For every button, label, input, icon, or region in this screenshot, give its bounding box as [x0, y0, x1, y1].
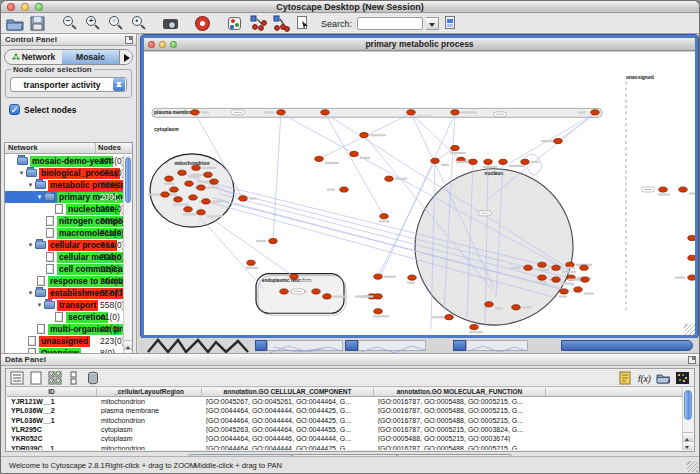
background-frame-preview[interactable] — [267, 340, 343, 351]
network-node[interactable] — [210, 179, 218, 184]
table-scroll-up-button[interactable] — [683, 432, 693, 441]
zoom-fit-icon[interactable]: ▫ — [106, 15, 126, 32]
network-node[interactable] — [554, 138, 562, 143]
network-node[interactable] — [380, 214, 388, 219]
network-node[interactable] — [512, 305, 520, 310]
more-tabs-button[interactable] — [119, 50, 132, 64]
table-scrollbar-thumb[interactable] — [684, 390, 692, 420]
tree-row[interactable]: cell communicat22(0) — [5, 263, 123, 275]
zoom-in-icon[interactable]: + — [83, 15, 103, 32]
tree-row[interactable]: ▼cellular process614(0) — [5, 239, 123, 251]
network-node[interactable] — [269, 238, 277, 243]
table-row[interactable]: YLR295Ccytoplasm[GO:0045263, GO:0044464,… — [7, 425, 682, 434]
node-color-dropdown[interactable]: transporter activity — [10, 77, 127, 92]
network-node[interactable] — [321, 110, 329, 115]
annotation-icon[interactable] — [294, 15, 314, 32]
network-node[interactable] — [688, 275, 695, 280]
table-row[interactable]: YPL036W__1mitochondrion[GO:0044464, GO:0… — [7, 416, 682, 425]
window-titlebar[interactable]: Cytoscape Desktop (New Session) — [1, 1, 699, 13]
tree-row[interactable]: response to stimulu264(0) — [5, 275, 123, 287]
network-node[interactable] — [688, 235, 695, 240]
network-node[interactable] — [340, 187, 348, 192]
select-attributes-icon[interactable] — [48, 371, 63, 385]
network-node[interactable] — [374, 294, 382, 299]
tree-row[interactable]: secretion41(0) — [5, 311, 123, 323]
attribute-select-icon[interactable] — [10, 371, 25, 385]
float-data-panel-icon[interactable] — [688, 356, 696, 364]
network-node[interactable] — [407, 110, 415, 115]
tree-row[interactable]: nucleobase-209(0) — [5, 203, 123, 215]
network-node[interactable] — [174, 197, 182, 202]
frame-resize-grip[interactable] — [684, 324, 695, 335]
network-node[interactable] — [178, 170, 186, 175]
network-node[interactable] — [204, 172, 212, 177]
network-node[interactable] — [470, 325, 478, 330]
tree-expand-icon[interactable]: ▼ — [26, 290, 35, 296]
background-frame-preview[interactable] — [358, 340, 426, 351]
table-column-header[interactable]: annotation.GO CELLULAR_COMPONENT — [202, 388, 374, 396]
network-frame-titlebar[interactable]: primary metabolic process — [144, 38, 695, 51]
network-node[interactable] — [189, 195, 197, 200]
network-node[interactable] — [485, 302, 493, 307]
network-node[interactable] — [360, 133, 368, 138]
network-frame[interactable]: primary metabolic process plasma membran… — [141, 35, 698, 338]
table-row[interactable]: YKR052Ccytoplasm[GO:0044464, GO:0044446,… — [7, 434, 682, 443]
table-scroll-down-button[interactable] — [683, 441, 693, 450]
network-node[interactable] — [552, 277, 560, 282]
network-node[interactable] — [315, 156, 323, 161]
network-node[interactable] — [431, 158, 439, 163]
formula-builder-icon[interactable]: f(x) — [637, 371, 652, 385]
zoom-selected-region-icon[interactable]: ▪ — [129, 15, 149, 32]
network-canvas[interactable]: plasma membrane cytoplasm mitochondrion … — [144, 52, 695, 335]
network-node[interactable] — [385, 176, 393, 181]
network-node[interactable] — [280, 289, 288, 294]
background-frame-bar[interactable] — [561, 340, 693, 351]
tree-row[interactable]: ▼metabolic process280(0) — [5, 179, 123, 191]
network-node[interactable] — [408, 275, 416, 280]
background-frame-corner[interactable] — [345, 340, 358, 351]
tree-row[interactable]: cellular metabo209(0) — [5, 251, 123, 263]
network-node[interactable] — [165, 176, 173, 181]
network-node[interactable] — [580, 265, 588, 270]
window-resize-grip[interactable] — [687, 461, 698, 472]
network-node[interactable] — [192, 165, 200, 170]
table-row[interactable]: YJR121W__1mitochondrion[GO:0045267, GO:0… — [7, 397, 682, 406]
tree-row[interactable]: mosaic-demo-yeast874(0) — [5, 155, 123, 167]
network-node[interactable] — [374, 274, 382, 279]
network-node[interactable] — [202, 199, 210, 204]
network-node[interactable] — [524, 265, 532, 270]
table-scrollbar[interactable] — [682, 388, 693, 450]
network-node[interactable] — [552, 265, 560, 270]
apply-layout-alt-icon[interactable] — [271, 15, 291, 32]
tree-row[interactable]: unassigned223(0) — [5, 335, 123, 347]
network-node[interactable] — [560, 289, 568, 294]
network-node[interactable] — [521, 159, 529, 164]
advanced-search-icon[interactable] — [442, 15, 462, 32]
tree-expand-icon[interactable]: ▼ — [26, 182, 35, 188]
network-node[interactable] — [499, 159, 507, 164]
background-frame-corner[interactable] — [255, 340, 267, 351]
network-node[interactable] — [184, 207, 192, 212]
network-node[interactable] — [197, 185, 205, 190]
snapshot-icon[interactable] — [161, 15, 181, 32]
network-node[interactable] — [581, 277, 589, 282]
table-row[interactable]: YDR039C__1mitochondrion[GO:0044464, GO:0… — [7, 443, 682, 450]
network-node[interactable] — [538, 262, 546, 267]
tree-expand-icon[interactable]: ▼ — [35, 194, 44, 200]
vizmapper-icon[interactable] — [225, 15, 245, 32]
network-node[interactable] — [451, 145, 459, 150]
create-attribute-icon[interactable] — [29, 371, 44, 385]
float-panel-icon[interactable] — [125, 36, 133, 44]
network-node[interactable] — [374, 309, 382, 314]
apply-layout-icon[interactable] — [248, 15, 268, 32]
network-node[interactable] — [290, 274, 298, 279]
tree-row[interactable]: ▼biological_process651(0) — [5, 167, 123, 179]
tree-row[interactable]: macromolecule311(0) — [5, 227, 123, 239]
import-attributes-icon[interactable] — [656, 371, 671, 385]
network-node[interactable] — [538, 275, 546, 280]
save-session-icon[interactable] — [28, 15, 48, 32]
background-frame-corner[interactable] — [453, 340, 466, 351]
network-node[interactable] — [185, 181, 193, 186]
search-options-button[interactable] — [426, 17, 439, 30]
network-node[interactable] — [170, 187, 178, 192]
